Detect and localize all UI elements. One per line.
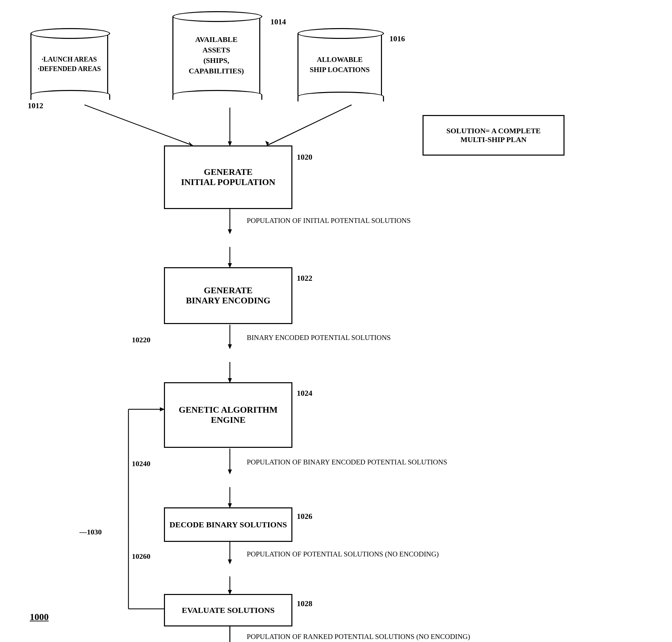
genetic-algorithm-box: GENETIC ALGORITHM ENGINE bbox=[164, 382, 292, 448]
available-assets-cylinder: AVAILABLE ASSETS (SHIPS, CAPABILITIES) bbox=[169, 10, 264, 96]
svg-marker-5 bbox=[265, 141, 269, 145]
ref-1028: 1028 bbox=[297, 599, 312, 608]
label-pop-potential-no-enc: POPULATION OF POTENTIAL SOLUTIONS (NO EN… bbox=[247, 550, 439, 558]
ref-10240: 10240 bbox=[132, 459, 150, 468]
generate-initial-box: GENERATE INITIAL POPULATION bbox=[164, 145, 292, 209]
allowable-ship-cylinder: ALLOWABLE SHIP LOCATIONS bbox=[294, 27, 385, 98]
launch-areas-cylinder: ·LAUNCH AREAS ·DEFENDED AREAS bbox=[27, 27, 111, 96]
diagram: ·LAUNCH AREAS ·DEFENDED AREAS 1012 AVAIL… bbox=[0, 0, 672, 642]
ref-1012: 1012 bbox=[28, 102, 43, 110]
svg-marker-11 bbox=[228, 344, 232, 349]
solution-box: SOLUTION= A COMPLETE MULTI-SHIP PLAN bbox=[423, 115, 565, 156]
generate-binary-box: GENERATE BINARY ENCODING bbox=[164, 267, 292, 324]
ref-1026: 1026 bbox=[297, 512, 312, 521]
label-pop-ranked: POPULATION OF RANKED POTENTIAL SOLUTIONS… bbox=[247, 632, 470, 641]
label-binary-encoded: BINARY ENCODED POTENTIAL SOLUTIONS bbox=[247, 334, 391, 342]
available-assets-label: AVAILABLE ASSETS (SHIPS, CAPABILITIES) bbox=[172, 15, 260, 96]
ref-1020: 1020 bbox=[297, 153, 312, 162]
svg-line-4 bbox=[267, 105, 352, 145]
figure-label: 1000 bbox=[30, 612, 49, 622]
svg-line-0 bbox=[84, 105, 193, 145]
label-pop-initial: POPULATION OF INITIAL POTENTIAL SOLUTION… bbox=[247, 217, 411, 225]
ref-1022: 1022 bbox=[297, 274, 312, 283]
evaluate-solutions-box: EVALUATE SOLUTIONS bbox=[164, 594, 292, 627]
ref-1014: 1014 bbox=[271, 17, 286, 26]
ref-loop: ―1030 bbox=[79, 528, 102, 537]
ref-1016: 1016 bbox=[390, 35, 405, 43]
launch-areas-label: ·LAUNCH AREAS ·DEFENDED AREAS bbox=[30, 32, 108, 96]
svg-marker-19 bbox=[228, 560, 232, 564]
ref-1024: 1024 bbox=[297, 389, 312, 398]
label-pop-binary-encoded: POPULATION OF BINARY ENCODED POTENTIAL S… bbox=[247, 458, 447, 466]
ref-10260: 10260 bbox=[132, 552, 150, 561]
decode-binary-box: DECODE BINARY SOLUTIONS bbox=[164, 508, 292, 542]
allowable-ship-label: ALLOWABLE SHIP LOCATIONS bbox=[298, 32, 382, 98]
svg-marker-7 bbox=[228, 229, 232, 234]
ref-10220: 10220 bbox=[132, 336, 150, 344]
svg-marker-15 bbox=[228, 470, 232, 474]
